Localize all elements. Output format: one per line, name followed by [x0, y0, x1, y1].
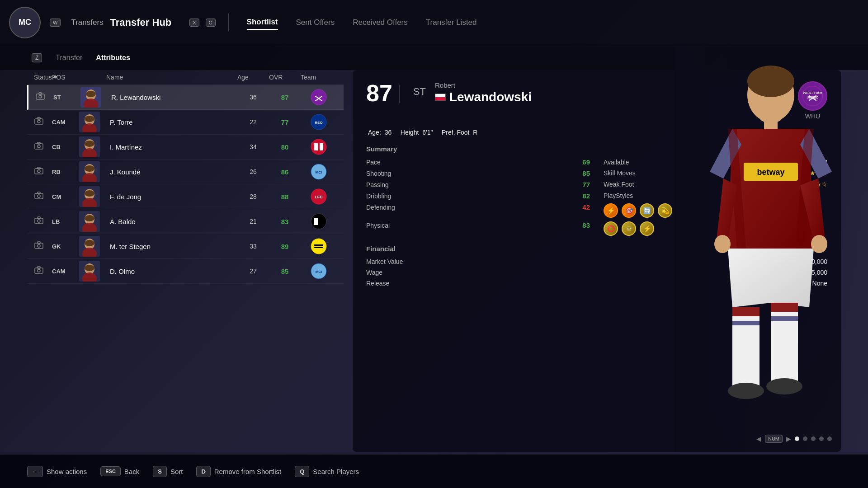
col-name-spacer: [79, 74, 106, 81]
scout-icon-7: [34, 241, 52, 252]
sub-tab-attributes[interactable]: Attributes: [96, 54, 130, 62]
svg-point-25: [85, 141, 94, 147]
svg-point-26: [311, 139, 326, 155]
search-players-button[interactable]: Q Search Players: [295, 466, 359, 477]
svg-rect-47: [35, 218, 43, 224]
remove-shortlist-button[interactable]: D Remove from Shortlist: [196, 466, 281, 477]
col-ovr: OVR: [269, 74, 301, 81]
svg-rect-59: [38, 242, 40, 244]
player-avatar-7: [79, 236, 100, 257]
dribbling-value: 82: [582, 192, 590, 200]
svg-point-7: [311, 89, 326, 105]
page-prev-arrow[interactable]: ◀: [756, 435, 761, 442]
player-ovr-3: 80: [269, 143, 301, 151]
player-photo-name-6: [79, 211, 106, 232]
playstyle-icons-row1: ⚡ 🎯 🔄 💫: [604, 203, 827, 218]
col-team: Team: [301, 74, 337, 81]
player-meta: Age: 36 Height 6'1" Pref. Foot R: [366, 129, 827, 136]
playstyle-icon-3: 🔄: [640, 203, 654, 218]
pos-8: CAM: [52, 268, 79, 275]
player-row-2[interactable]: CAM P. Torre 22 77 RSO: [27, 110, 344, 135]
sort-label: Sort: [170, 468, 183, 475]
sub-tab-transfer[interactable]: Transfer: [56, 54, 82, 62]
player-avatar-1: [80, 87, 101, 108]
tab-sent-offers[interactable]: Sent Offers: [296, 16, 335, 29]
team-badge-8: MCI: [301, 263, 337, 279]
player-row-3[interactable]: CB I. Martínez 34 80: [27, 135, 344, 160]
release-row: Release None: [366, 280, 827, 287]
tab-transfer-listed[interactable]: Transfer Listed: [426, 16, 477, 29]
player-row-6[interactable]: LB A. Balde 21 83: [27, 209, 344, 234]
svg-point-39: [38, 195, 40, 197]
available-value: 4: [824, 158, 827, 166]
svg-rect-49: [38, 217, 40, 219]
svg-point-63: [85, 240, 94, 246]
player-ovr-8: 85: [269, 267, 301, 275]
svg-text:WEST HAM: WEST HAM: [803, 91, 823, 95]
stat-pace: Pace 69: [366, 158, 590, 166]
svg-rect-31: [38, 167, 40, 169]
col-status: Status: [34, 74, 52, 81]
nav-hub-title: Transfer Hub: [110, 17, 172, 28]
scout-icon-2: [34, 117, 52, 127]
player-row-1[interactable]: ST R. Lewandowski 36 87: [27, 85, 344, 110]
page-dot-1[interactable]: [795, 436, 799, 441]
pos-3: CB: [52, 144, 79, 150]
svg-point-53: [85, 215, 94, 221]
show-actions-button[interactable]: ← Show actions: [27, 466, 87, 477]
player-age-5: 28: [237, 193, 269, 200]
back-button[interactable]: ESC Back: [100, 466, 139, 476]
svg-rect-19: [35, 144, 43, 149]
svg-point-11: [38, 120, 40, 123]
wage-label: Wage: [366, 269, 382, 276]
player-photo-name-1: [80, 87, 108, 108]
stat-physical: Physical 83: [366, 221, 590, 236]
svg-rect-65: [314, 244, 323, 246]
skill-moves-stars: ★★★★☆: [798, 169, 827, 177]
svg-rect-67: [35, 268, 43, 273]
poland-flag-icon: [435, 94, 446, 101]
defending-value: 42: [582, 203, 590, 211]
player-avatar-3: [79, 136, 100, 157]
show-actions-label: Show actions: [47, 468, 87, 475]
nav-transfers[interactable]: Transfers: [71, 18, 103, 27]
team-badge-3: [301, 139, 337, 155]
svg-rect-29: [35, 169, 43, 174]
pos-4: RB: [52, 169, 79, 175]
player-ovr-5: 88: [269, 193, 301, 201]
col-name: Name: [106, 74, 237, 81]
detail-header: 87 ST Robert Lewandowski WEST HAM: [366, 81, 827, 120]
player-list: ST R. Lewandowski 36 87 CAM: [27, 85, 344, 284]
tab-shortlist[interactable]: Shortlist: [247, 15, 278, 30]
table-header: Status POS Name Age OVR Team: [27, 70, 344, 85]
stat-defending: Defending 42: [366, 203, 590, 218]
financial-section: Financial Market Value €34,000,000 Wage …: [366, 245, 827, 287]
weak-foot-label: Weak Foot: [604, 181, 634, 188]
page-dot-3[interactable]: [811, 436, 816, 441]
player-row-5[interactable]: CM F. de Jong 28 88 LFC: [27, 184, 344, 209]
player-ovr-6: 83: [269, 218, 301, 225]
player-row-8[interactable]: CAM D. Olmo 27 85 MCI: [27, 259, 344, 284]
market-value: €34,000,000: [792, 258, 827, 265]
player-row-7[interactable]: GK M. ter Stegen 33 89: [27, 234, 344, 259]
back-key: ESC: [100, 466, 121, 476]
sort-button[interactable]: S Sort: [153, 466, 183, 477]
tab-received-offers[interactable]: Received Offers: [353, 16, 408, 29]
page-next-arrow[interactable]: ▶: [786, 435, 791, 442]
player-avatar-2: [79, 112, 100, 132]
svg-point-73: [85, 265, 94, 271]
pagination: ◀ NUM ▶: [756, 435, 832, 443]
page-dot-5[interactable]: [827, 436, 832, 441]
physical-label: Physical: [366, 222, 390, 229]
header-separator: [399, 85, 400, 103]
player-name-7: M. ter Stegen: [110, 243, 237, 250]
page-dot-4[interactable]: [819, 436, 824, 441]
page-dot-2[interactable]: [803, 436, 807, 441]
show-actions-key: ←: [27, 466, 43, 477]
svg-text:RSO: RSO: [315, 121, 322, 125]
stats-grid: Pace 69 Available 4 Shooting 85 Skill Mo…: [366, 158, 827, 236]
player-row-4[interactable]: RB J. Koundé 26 86 MCI: [27, 160, 344, 184]
team-badge-6: [301, 213, 337, 230]
player-age-1: 36: [237, 94, 269, 101]
player-age-6: 21: [237, 218, 269, 225]
